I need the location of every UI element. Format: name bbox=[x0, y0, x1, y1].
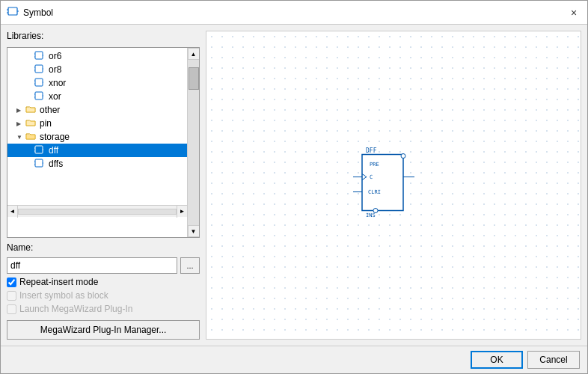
chip-icon-selected bbox=[34, 145, 46, 156]
svg-text:PRE: PRE bbox=[370, 161, 379, 167]
folder-icon bbox=[25, 105, 37, 115]
close-button[interactable]: × bbox=[566, 5, 581, 20]
svg-text:CLRI: CLRI bbox=[368, 188, 381, 194]
svg-text:DFF: DFF bbox=[366, 147, 377, 153]
tree-item-label-or8: or8 bbox=[49, 64, 61, 75]
svg-text:INS: INS bbox=[366, 212, 376, 218]
scroll-down-btn[interactable]: ▼ bbox=[188, 225, 200, 237]
name-label: Name: bbox=[7, 242, 200, 253]
symbol-dialog: Symbol × Libraries: or6 bbox=[0, 0, 588, 374]
name-section: Name: ... Repeat-insert mode Insert symb… bbox=[7, 242, 200, 340]
svg-rect-12 bbox=[35, 79, 43, 86]
dff-symbol-svg: DFF PRE C CLRI bbox=[340, 139, 429, 229]
svg-rect-22 bbox=[26, 135, 35, 139]
tree-item-label-pin: pin bbox=[40, 118, 52, 129]
svg-rect-23 bbox=[35, 146, 43, 153]
dialog-title: Symbol bbox=[23, 7, 53, 18]
dialog-footer: OK Cancel bbox=[1, 346, 587, 373]
repeat-insert-row: Repeat-insert mode bbox=[7, 277, 200, 287]
megawizard-manager-button[interactable]: MegaWizard Plug-In Manager... bbox=[7, 320, 200, 340]
svg-rect-0 bbox=[8, 7, 17, 15]
folder-icon bbox=[25, 118, 37, 129]
svg-rect-27 bbox=[35, 159, 43, 167]
tree-item-label-or6: or6 bbox=[49, 51, 61, 61]
h-scroll-track[interactable] bbox=[18, 209, 177, 215]
browse-button[interactable]: ... bbox=[180, 257, 200, 274]
megawizard-checkbox-row: Launch MegaWizard Plug-In bbox=[7, 304, 200, 314]
tree-item-or6[interactable]: or6 bbox=[7, 49, 199, 63]
scroll-up-btn[interactable]: ▲ bbox=[188, 48, 200, 60]
tree-item-storage[interactable]: storage bbox=[7, 130, 199, 144]
tree-item-or8[interactable]: or8 bbox=[7, 63, 199, 76]
tree-container: or6 or8 bbox=[7, 47, 200, 238]
svg-text:C: C bbox=[370, 174, 373, 180]
chip-icon bbox=[34, 51, 46, 61]
cancel-button[interactable]: Cancel bbox=[527, 351, 580, 369]
title-bar: Symbol × bbox=[1, 1, 587, 25]
tree-item-other[interactable]: other bbox=[7, 103, 199, 117]
tree-item-label-dff: dff bbox=[49, 145, 58, 156]
megawizard-launch-label: Launch MegaWizard Plug-In bbox=[19, 304, 132, 314]
chip-icon bbox=[34, 64, 46, 75]
dialog-icon bbox=[7, 5, 19, 19]
tree-item-pin[interactable]: pin bbox=[7, 117, 199, 130]
chip-icon bbox=[34, 159, 46, 169]
tree-item-label-dffs: dffs bbox=[49, 159, 63, 169]
dff-symbol: DFF PRE C CLRI bbox=[340, 139, 429, 231]
tree-item-label-other: other bbox=[40, 105, 60, 115]
insert-as-block-row: Insert symbol as block bbox=[7, 290, 200, 301]
tree-horizontal-scrollbar[interactable]: ◄ ► bbox=[7, 205, 199, 217]
tree-item-xor[interactable]: xor bbox=[7, 90, 199, 103]
megawizard-launch-checkbox[interactable] bbox=[7, 304, 16, 314]
scroll-track[interactable] bbox=[188, 60, 200, 225]
svg-rect-21 bbox=[26, 121, 35, 126]
name-row: ... bbox=[7, 257, 200, 274]
tree-vertical-scrollbar[interactable]: ▲ ▼ bbox=[187, 48, 199, 237]
folder-open-icon bbox=[25, 132, 37, 142]
scroll-right-btn[interactable]: ► bbox=[177, 206, 187, 218]
svg-rect-8 bbox=[35, 65, 43, 73]
svg-rect-4 bbox=[35, 52, 43, 59]
tree-item-label-storage: storage bbox=[40, 132, 70, 142]
scroll-left-btn[interactable]: ◄ bbox=[7, 206, 18, 218]
chip-icon bbox=[34, 78, 46, 88]
tree-arrow-pin[interactable] bbox=[16, 120, 25, 127]
symbol-preview-panel: DFF PRE C CLRI bbox=[206, 31, 581, 340]
tree-arrow-other[interactable] bbox=[16, 107, 25, 114]
tree-arrow-storage[interactable] bbox=[16, 134, 25, 141]
svg-rect-16 bbox=[35, 92, 43, 99]
insert-as-block-label: Insert symbol as block bbox=[19, 290, 108, 301]
repeat-insert-checkbox[interactable] bbox=[7, 278, 16, 287]
svg-rect-20 bbox=[26, 108, 35, 112]
repeat-insert-label[interactable]: Repeat-insert mode bbox=[19, 277, 98, 287]
insert-as-block-checkbox[interactable] bbox=[7, 291, 16, 301]
title-bar-left: Symbol bbox=[7, 5, 53, 19]
svg-rect-33 bbox=[362, 154, 403, 210]
scroll-thumb[interactable] bbox=[189, 67, 199, 90]
tree-item-label-xor: xor bbox=[49, 91, 61, 102]
ok-button[interactable]: OK bbox=[471, 351, 523, 369]
tree-scroll-area[interactable]: or6 or8 bbox=[7, 48, 199, 205]
name-input[interactable] bbox=[7, 257, 177, 274]
tree-item-label-xnor: xnor bbox=[49, 78, 66, 88]
chip-icon bbox=[34, 91, 46, 102]
svg-point-42 bbox=[373, 208, 378, 212]
libraries-label: Libraries: bbox=[7, 31, 200, 41]
svg-point-36 bbox=[401, 153, 405, 158]
tree-item-dff[interactable]: dff bbox=[7, 144, 199, 157]
left-panel: Libraries: or6 bbox=[7, 31, 200, 340]
dialog-body: Libraries: or6 bbox=[1, 25, 587, 346]
tree-item-dffs[interactable]: dffs bbox=[7, 157, 199, 171]
tree-item-xnor[interactable]: xnor bbox=[7, 76, 199, 90]
